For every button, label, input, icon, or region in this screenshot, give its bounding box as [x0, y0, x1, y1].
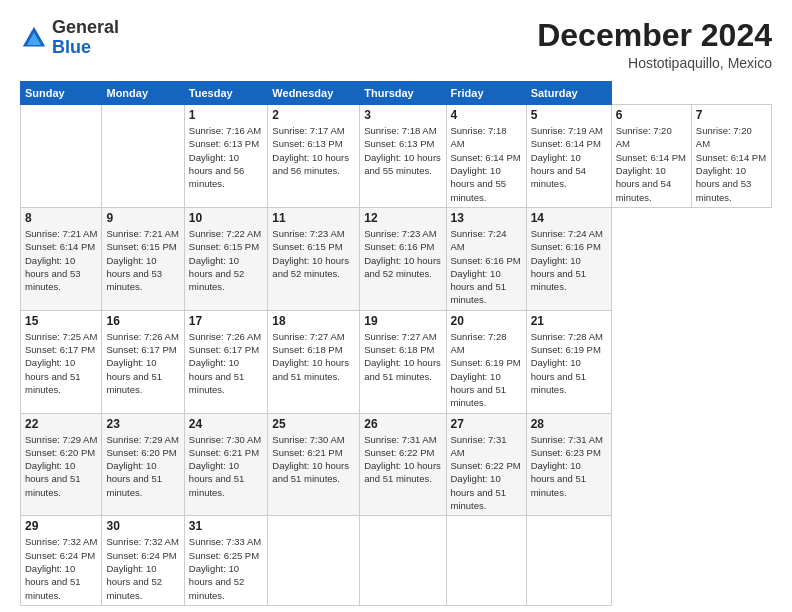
table-row — [102, 105, 184, 208]
day-info: Sunrise: 7:25 AM Sunset: 6:17 PM Dayligh… — [25, 330, 97, 396]
day-number: 21 — [531, 314, 607, 328]
day-info: Sunrise: 7:27 AM Sunset: 6:18 PM Dayligh… — [272, 330, 355, 383]
day-number: 24 — [189, 417, 263, 431]
calendar-week-row: 22 Sunrise: 7:29 AM Sunset: 6:20 PM Dayl… — [21, 413, 772, 516]
sunset: Sunset: 6:21 PM — [189, 447, 259, 458]
sunset: Sunset: 6:25 PM — [189, 550, 259, 561]
table-row: 7 Sunrise: 7:20 AM Sunset: 6:14 PM Dayli… — [691, 105, 771, 208]
table-row: 4 Sunrise: 7:18 AM Sunset: 6:14 PM Dayli… — [446, 105, 526, 208]
day-number: 17 — [189, 314, 263, 328]
sunrise: Sunrise: 7:31 AM — [364, 434, 436, 445]
sunset: Sunset: 6:14 PM — [451, 152, 521, 163]
daylight: Daylight: 10 hours and 51 minutes. — [272, 460, 349, 484]
sunset: Sunset: 6:24 PM — [106, 550, 176, 561]
day-number: 30 — [106, 519, 179, 533]
sunrise: Sunrise: 7:31 AM — [531, 434, 603, 445]
col-sunday: Sunday — [21, 82, 102, 105]
sunset: Sunset: 6:14 PM — [531, 138, 601, 149]
table-row: 29 Sunrise: 7:32 AM Sunset: 6:24 PM Dayl… — [21, 516, 102, 605]
sunset: Sunset: 6:16 PM — [364, 241, 434, 252]
logo-text: General Blue — [52, 18, 119, 58]
sunrise: Sunrise: 7:20 AM — [616, 125, 672, 149]
table-row: 23 Sunrise: 7:29 AM Sunset: 6:20 PM Dayl… — [102, 413, 184, 516]
sunrise: Sunrise: 7:32 AM — [25, 536, 97, 547]
col-thursday: Thursday — [360, 82, 446, 105]
day-number: 18 — [272, 314, 355, 328]
sunrise: Sunrise: 7:30 AM — [272, 434, 344, 445]
sunrise: Sunrise: 7:16 AM — [189, 125, 261, 136]
sunrise: Sunrise: 7:31 AM — [451, 434, 507, 458]
day-number: 16 — [106, 314, 179, 328]
table-row: 25 Sunrise: 7:30 AM Sunset: 6:21 PM Dayl… — [268, 413, 360, 516]
daylight: Daylight: 10 hours and 51 minutes. — [531, 357, 586, 395]
table-row: 21 Sunrise: 7:28 AM Sunset: 6:19 PM Dayl… — [526, 310, 611, 413]
table-row: 2 Sunrise: 7:17 AM Sunset: 6:13 PM Dayli… — [268, 105, 360, 208]
sunset: Sunset: 6:14 PM — [616, 152, 686, 163]
sunrise: Sunrise: 7:18 AM — [364, 125, 436, 136]
day-info: Sunrise: 7:18 AM Sunset: 6:14 PM Dayligh… — [451, 124, 522, 204]
day-info: Sunrise: 7:24 AM Sunset: 6:16 PM Dayligh… — [451, 227, 522, 307]
day-info: Sunrise: 7:26 AM Sunset: 6:17 PM Dayligh… — [106, 330, 179, 396]
daylight: Daylight: 10 hours and 53 minutes. — [25, 255, 80, 293]
daylight: Daylight: 10 hours and 51 minutes. — [272, 357, 349, 381]
table-row: 27 Sunrise: 7:31 AM Sunset: 6:22 PM Dayl… — [446, 413, 526, 516]
day-number: 8 — [25, 211, 97, 225]
sunrise: Sunrise: 7:26 AM — [189, 331, 261, 342]
logo-general: General — [52, 17, 119, 37]
day-info: Sunrise: 7:31 AM Sunset: 6:23 PM Dayligh… — [531, 433, 607, 499]
logo-icon — [20, 24, 48, 52]
day-number: 9 — [106, 211, 179, 225]
calendar-week-row: 15 Sunrise: 7:25 AM Sunset: 6:17 PM Dayl… — [21, 310, 772, 413]
daylight: Daylight: 10 hours and 51 minutes. — [25, 460, 80, 498]
logo: General Blue — [20, 18, 119, 58]
day-number: 31 — [189, 519, 263, 533]
table-row: 22 Sunrise: 7:29 AM Sunset: 6:20 PM Dayl… — [21, 413, 102, 516]
table-row — [268, 516, 360, 605]
daylight: Daylight: 10 hours and 51 minutes. — [106, 357, 161, 395]
day-number: 13 — [451, 211, 522, 225]
sunset: Sunset: 6:20 PM — [106, 447, 176, 458]
sunrise: Sunrise: 7:28 AM — [531, 331, 603, 342]
calendar-table: Sunday Monday Tuesday Wednesday Thursday… — [20, 81, 772, 606]
day-info: Sunrise: 7:26 AM Sunset: 6:17 PM Dayligh… — [189, 330, 263, 396]
daylight: Daylight: 10 hours and 56 minutes. — [189, 152, 244, 190]
daylight: Daylight: 10 hours and 54 minutes. — [616, 165, 671, 203]
table-row: 31 Sunrise: 7:33 AM Sunset: 6:25 PM Dayl… — [184, 516, 267, 605]
day-info: Sunrise: 7:29 AM Sunset: 6:20 PM Dayligh… — [25, 433, 97, 499]
sunset: Sunset: 6:18 PM — [272, 344, 342, 355]
sunset: Sunset: 6:14 PM — [25, 241, 95, 252]
calendar-week-row: 1 Sunrise: 7:16 AM Sunset: 6:13 PM Dayli… — [21, 105, 772, 208]
sunset: Sunset: 6:18 PM — [364, 344, 434, 355]
sunset: Sunset: 6:17 PM — [25, 344, 95, 355]
day-number: 10 — [189, 211, 263, 225]
day-info: Sunrise: 7:33 AM Sunset: 6:25 PM Dayligh… — [189, 535, 263, 601]
day-info: Sunrise: 7:32 AM Sunset: 6:24 PM Dayligh… — [106, 535, 179, 601]
day-info: Sunrise: 7:17 AM Sunset: 6:13 PM Dayligh… — [272, 124, 355, 177]
table-row: 10 Sunrise: 7:22 AM Sunset: 6:15 PM Dayl… — [184, 207, 267, 310]
daylight: Daylight: 10 hours and 51 minutes. — [364, 357, 441, 381]
title-area: December 2024 Hostotipaquillo, Mexico — [537, 18, 772, 71]
day-number: 27 — [451, 417, 522, 431]
calendar-week-row: 29 Sunrise: 7:32 AM Sunset: 6:24 PM Dayl… — [21, 516, 772, 605]
sunrise: Sunrise: 7:23 AM — [364, 228, 436, 239]
table-row: 5 Sunrise: 7:19 AM Sunset: 6:14 PM Dayli… — [526, 105, 611, 208]
sunset: Sunset: 6:15 PM — [272, 241, 342, 252]
table-row — [21, 105, 102, 208]
sunrise: Sunrise: 7:25 AM — [25, 331, 97, 342]
day-info: Sunrise: 7:30 AM Sunset: 6:21 PM Dayligh… — [189, 433, 263, 499]
day-info: Sunrise: 7:20 AM Sunset: 6:14 PM Dayligh… — [696, 124, 767, 204]
day-number: 14 — [531, 211, 607, 225]
day-number: 22 — [25, 417, 97, 431]
calendar-week-row: 8 Sunrise: 7:21 AM Sunset: 6:14 PM Dayli… — [21, 207, 772, 310]
month-title: December 2024 — [537, 18, 772, 53]
day-info: Sunrise: 7:28 AM Sunset: 6:19 PM Dayligh… — [531, 330, 607, 396]
day-number: 29 — [25, 519, 97, 533]
sunrise: Sunrise: 7:32 AM — [106, 536, 178, 547]
daylight: Daylight: 10 hours and 51 minutes. — [531, 255, 586, 293]
calendar-body: 1 Sunrise: 7:16 AM Sunset: 6:13 PM Dayli… — [21, 105, 772, 606]
table-row: 17 Sunrise: 7:26 AM Sunset: 6:17 PM Dayl… — [184, 310, 267, 413]
daylight: Daylight: 10 hours and 51 minutes. — [364, 460, 441, 484]
sunset: Sunset: 6:13 PM — [364, 138, 434, 149]
day-number: 1 — [189, 108, 263, 122]
day-info: Sunrise: 7:23 AM Sunset: 6:15 PM Dayligh… — [272, 227, 355, 280]
